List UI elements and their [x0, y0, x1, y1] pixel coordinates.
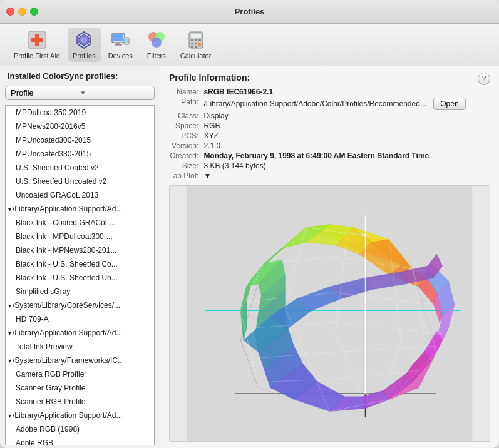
- svg-point-14: [152, 38, 162, 48]
- list-item[interactable]: Uncoated GRACoL 2013: [6, 188, 154, 202]
- filters-icon: [147, 30, 167, 50]
- size-label: Size:: [169, 161, 198, 170]
- svg-rect-24: [195, 46, 197, 48]
- toolbar-item-devices[interactable]: Devices: [103, 28, 138, 62]
- first-aid-icon: [27, 30, 47, 50]
- list-item[interactable]: Simplified sGray: [6, 285, 154, 298]
- version-label: Version:: [169, 141, 198, 150]
- toolbar-label-filters: Filters: [147, 52, 166, 59]
- toolbar: Profile First Aid Profiles: [0, 24, 499, 66]
- dropdown-value: Profile: [11, 88, 80, 98]
- svg-rect-23: [191, 46, 193, 48]
- toolbar-item-profiles[interactable]: Profiles: [68, 28, 101, 62]
- svg-rect-16: [191, 34, 201, 38]
- class-value: Display: [203, 111, 490, 120]
- toolbar-label-devices: Devices: [108, 52, 133, 59]
- list-group-header[interactable]: ▾/Library/Application Support/Ad...: [6, 202, 154, 216]
- window-title: Profiles: [235, 7, 265, 16]
- app-window: Profiles Profile First Aid: [0, 0, 499, 448]
- titlebar: Profiles: [0, 0, 499, 24]
- name-label: Name:: [169, 88, 198, 96]
- right-panel-title: Profile Information:: [169, 73, 490, 83]
- main-content: Installed ColorSync profiles: Profile ▼ …: [0, 66, 499, 448]
- list-item[interactable]: Black Ink - MPNews280-201...: [6, 243, 154, 257]
- left-panel: Installed ColorSync profiles: Profile ▼ …: [0, 66, 160, 448]
- svg-rect-8: [116, 43, 120, 44]
- toolbar-label-profiles: Profiles: [73, 52, 96, 59]
- list-item[interactable]: Black Ink - MPDullcoat300-...: [6, 230, 154, 243]
- minimize-button[interactable]: [18, 8, 26, 16]
- svg-rect-17: [191, 39, 193, 41]
- list-item[interactable]: Scanner RGB Profile: [6, 395, 154, 409]
- path-value: /Library/Application Support/Adobe/Color…: [203, 98, 490, 110]
- space-value: RGB: [203, 121, 490, 130]
- list-group-header[interactable]: ▾/System/Library/Frameworks/IC...: [6, 354, 154, 367]
- path-text: /Library/Application Support/Adobe/Color…: [203, 99, 426, 108]
- name-value: sRGB IEC61966-2.1: [203, 88, 490, 96]
- list-item[interactable]: U.S. Sheetfed Coated v2: [6, 161, 154, 175]
- calculator-icon: [186, 30, 206, 50]
- version-value: 2.1.0: [203, 141, 490, 150]
- toolbar-item-filters[interactable]: Filters: [140, 28, 173, 62]
- maximize-button[interactable]: [30, 8, 38, 16]
- space-label: Space:: [169, 121, 198, 130]
- toolbar-label-calculator: Calculator: [180, 52, 212, 59]
- created-value: Monday, February 9, 1998 at 6:49:00 AM E…: [203, 151, 490, 160]
- profile-info-table: Name: sRGB IEC61966-2.1 Path: /Library/A…: [169, 88, 490, 180]
- list-item[interactable]: MPDullcoat350-2019: [6, 106, 154, 120]
- gamut-visualization: [170, 186, 490, 441]
- svg-rect-19: [198, 39, 201, 41]
- toolbar-item-calculator[interactable]: Calculator: [175, 28, 217, 62]
- profile-sort-dropdown[interactable]: Profile ▼: [5, 86, 155, 100]
- list-item[interactable]: MPUncoated300-2015: [6, 133, 154, 147]
- list-group-header[interactable]: ▾/Library/Application Support/Ad...: [6, 326, 154, 340]
- open-button[interactable]: Open: [433, 98, 465, 110]
- svg-rect-20: [191, 43, 193, 44]
- lab-plot-container: [169, 185, 490, 442]
- list-item[interactable]: MPNews280-2016v5: [6, 120, 154, 133]
- list-item[interactable]: Apple RGB: [6, 436, 154, 445]
- list-item[interactable]: MPUncoated330-2015: [6, 147, 154, 161]
- svg-rect-9: [115, 44, 122, 46]
- left-panel-title: Installed ColorSync profiles:: [0, 66, 160, 83]
- list-item[interactable]: HD 709-A: [6, 312, 154, 326]
- pcs-label: PCS:: [169, 131, 198, 140]
- chevron-down-icon: ▼: [80, 89, 150, 96]
- toolbar-item-profile-first-aid[interactable]: Profile First Aid: [9, 28, 65, 62]
- svg-rect-22: [198, 43, 201, 46]
- list-group-header[interactable]: ▾/System/Library/CoreServices/...: [6, 298, 154, 312]
- devices-icon: [110, 30, 130, 50]
- list-item[interactable]: Scanner Gray Profile: [6, 381, 154, 395]
- toolbar-label-profile-first-aid: Profile First Aid: [14, 52, 60, 59]
- lab-plot-label: Lab Plot:: [169, 171, 198, 180]
- profile-list[interactable]: MPDullcoat350-2019MPNews280-2016v5MPUnco…: [5, 105, 155, 445]
- svg-rect-21: [195, 43, 197, 44]
- list-item[interactable]: U.S. Sheetfed Uncoated v2: [6, 175, 154, 188]
- right-panel: Profile Information: ? Name: sRGB IEC619…: [160, 66, 499, 448]
- svg-rect-11: [125, 39, 128, 43]
- profiles-icon: [74, 30, 94, 50]
- list-item[interactable]: Total Ink Preview: [6, 340, 154, 354]
- class-label: Class:: [169, 111, 198, 120]
- svg-rect-18: [195, 39, 197, 41]
- svg-rect-2: [31, 38, 43, 42]
- list-item[interactable]: Black Ink - U.S. Sheetfed Un...: [6, 271, 154, 285]
- list-item[interactable]: Camera RGB Profile: [6, 367, 154, 381]
- svg-rect-7: [113, 34, 123, 41]
- list-item[interactable]: Black Ink - U.S. Sheetfed Co...: [6, 257, 154, 271]
- path-label: Path:: [169, 98, 198, 106]
- pcs-value: XYZ: [203, 131, 490, 140]
- list-item[interactable]: Black Ink - Coated GRACoL...: [6, 216, 154, 230]
- traffic-lights: [6, 8, 38, 16]
- lab-plot-arrow: ▼: [203, 171, 490, 180]
- close-button[interactable]: [6, 8, 14, 16]
- created-label: Created:: [169, 151, 198, 160]
- list-group-header[interactable]: ▾/Library/Application Support/Ad...: [6, 409, 154, 422]
- size-value: 3 KB (3,144 bytes): [203, 161, 490, 170]
- help-button[interactable]: ?: [478, 73, 490, 85]
- list-item[interactable]: Adobe RGB (1998): [6, 422, 154, 436]
